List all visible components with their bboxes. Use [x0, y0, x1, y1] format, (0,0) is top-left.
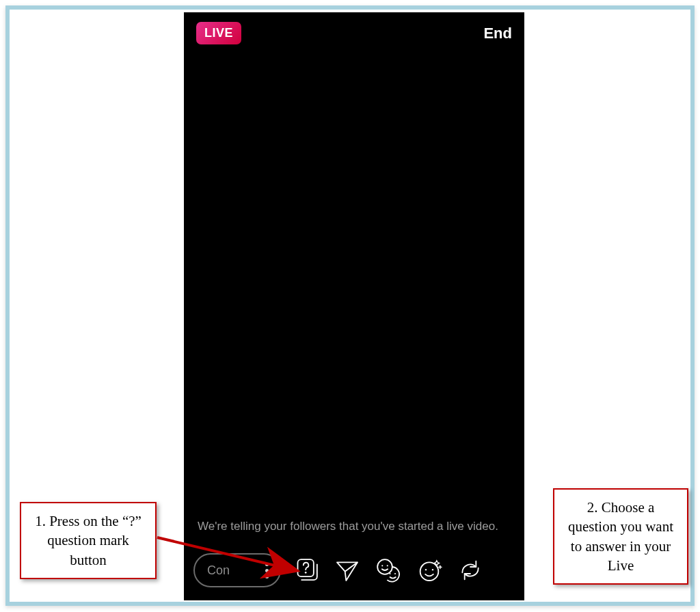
live-status-text: We're telling your followers that you've… [198, 519, 511, 535]
share-button[interactable] [332, 555, 363, 586]
document-frame: LIVE End We're telling your followers th… [5, 5, 695, 606]
svg-point-5 [387, 565, 388, 566]
invite-guest-button[interactable] [373, 555, 404, 586]
svg-point-1 [305, 572, 307, 574]
switch-camera-icon [457, 557, 484, 584]
svg-point-9 [425, 569, 427, 570]
end-button[interactable]: End [483, 25, 512, 42]
live-bottombar: Con [184, 550, 524, 591]
more-options-icon[interactable] [265, 563, 269, 578]
paper-plane-icon [334, 557, 361, 584]
questions-button[interactable] [291, 555, 322, 586]
svg-point-6 [389, 573, 390, 574]
callout-step-1: 1. Press on the “?” question mark button [20, 502, 157, 579]
two-faces-icon [375, 557, 402, 584]
switch-camera-button[interactable] [455, 555, 486, 586]
phone-screen: LIVE End We're telling your followers th… [184, 12, 524, 600]
svg-point-7 [394, 573, 396, 574]
svg-point-4 [381, 565, 383, 566]
live-topbar: LIVE End [184, 22, 524, 44]
comment-placeholder: Con [207, 563, 261, 578]
callout-text: 2. Choose a question you want to answer … [564, 498, 677, 575]
live-badge: LIVE [196, 22, 241, 44]
callout-step-2: 2. Choose a question you want to answer … [553, 488, 688, 585]
svg-point-8 [420, 562, 439, 581]
face-filters-button[interactable] [414, 555, 445, 586]
callout-text: 1. Press on the “?” question mark button [31, 511, 146, 570]
question-stack-icon [293, 557, 320, 584]
comment-input[interactable]: Con [193, 553, 281, 587]
svg-line-2 [345, 562, 358, 571]
face-sparkle-icon [416, 557, 443, 584]
svg-point-10 [432, 569, 433, 570]
svg-point-3 [377, 559, 392, 574]
